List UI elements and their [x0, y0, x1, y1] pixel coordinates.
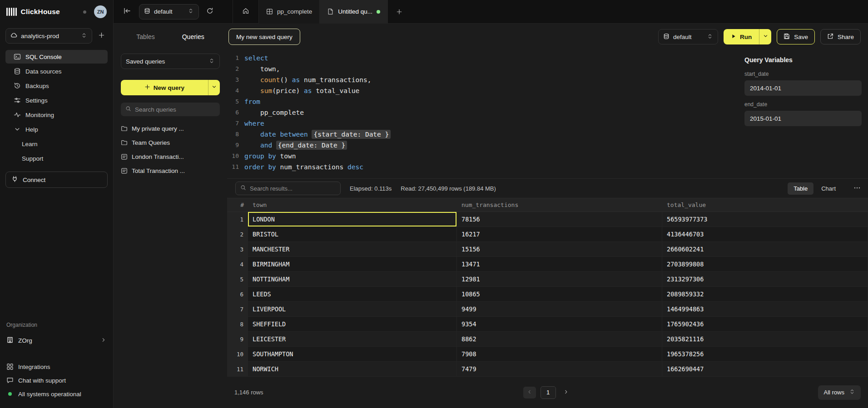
body-row: Saved queries New query My private query… — [114, 50, 868, 408]
table-cell[interactable]: 2089859332 — [662, 287, 868, 302]
updown-chevron-icon — [849, 388, 855, 396]
table-cell[interactable]: BRISTOL — [248, 227, 457, 242]
more-options-button[interactable] — [853, 184, 861, 193]
previous-page-button[interactable] — [523, 387, 536, 398]
sidebar-item-sql-console[interactable]: SQL Console — [5, 50, 108, 64]
saved-query-name-chip[interactable]: My new saved query — [228, 29, 300, 45]
sidebar: ClickHouse ZN analytics-prod SQL Console… — [0, 0, 114, 408]
avatar[interactable]: ZN — [94, 5, 107, 18]
sidebar-item-learn[interactable]: Learn — [5, 137, 108, 151]
column-header-index[interactable]: # — [227, 198, 248, 211]
topbar: default pp_completeUntitled qu... — [114, 0, 868, 24]
workspace: 1select2 town,3 count() as num_transacti… — [227, 50, 868, 408]
column-header-num_transactions[interactable]: num_transactions — [457, 198, 662, 211]
table-cell[interactable]: 2660602241 — [662, 242, 868, 257]
table-cell[interactable]: NORWICH — [248, 362, 457, 377]
table-cell[interactable]: LEEDS — [248, 287, 457, 302]
table-cell[interactable]: 16217 — [457, 227, 662, 242]
panel-tab-queries[interactable]: Queries — [181, 30, 205, 43]
table-cell[interactable]: MANCHESTER — [248, 242, 457, 257]
table-cell[interactable]: BIRMINGHAM — [248, 257, 457, 272]
sidebar-item-backups[interactable]: Backups — [5, 79, 108, 93]
editor-tab-pp-complete[interactable]: pp_complete — [258, 0, 319, 24]
updown-icon — [849, 388, 855, 395]
table-cell[interactable]: SHEFFIELD — [248, 317, 457, 332]
connect-button[interactable]: Connect — [5, 172, 108, 188]
row-index-cell: 4 — [227, 257, 248, 272]
new-tab-button[interactable] — [387, 0, 411, 24]
table-cell[interactable]: 2035821116 — [662, 332, 868, 347]
table-cell[interactable]: 10865 — [457, 287, 662, 302]
query-actions: default Run Save Share — [658, 29, 868, 44]
saved-query-item[interactable]: Team Queries — [121, 136, 220, 150]
table-cell[interactable]: 1965378256 — [662, 347, 868, 362]
add-service-button[interactable] — [95, 29, 108, 42]
tab-home[interactable] — [233, 0, 258, 24]
search-queries-input[interactable] — [135, 106, 215, 113]
column-header-town[interactable]: town — [248, 198, 457, 211]
table-cell[interactable]: 2703899808 — [662, 257, 868, 272]
share-button[interactable]: Share — [820, 29, 861, 44]
sidebar-item-support[interactable]: Support — [5, 152, 108, 165]
column-header-total_value[interactable]: total_value — [662, 198, 868, 211]
updown-icon — [81, 32, 87, 39]
table-cell[interactable]: LEICESTER — [248, 332, 457, 347]
table-cell[interactable]: NOTTINGHAM — [248, 272, 457, 287]
table-cell[interactable]: 1765902436 — [662, 317, 868, 332]
table-cell[interactable]: 4136446703 — [662, 227, 868, 242]
saved-queries-filter[interactable]: Saved queries — [121, 54, 220, 69]
table-cell[interactable]: 9499 — [457, 302, 662, 317]
table-cell[interactable]: SOUTHAMPTON — [248, 347, 457, 362]
sidebar-item-data-sources[interactable]: Data sources — [5, 64, 108, 78]
saved-query-item[interactable]: My private query ... — [121, 122, 220, 136]
run-database-selector[interactable]: default — [658, 29, 718, 44]
organization-row[interactable]: ZOrg — [6, 333, 107, 348]
table-cell[interactable]: 13471 — [457, 257, 662, 272]
table-cell[interactable]: 8862 — [457, 332, 662, 347]
table-cell[interactable]: 56593977373 — [662, 212, 868, 227]
chevron-right-icon — [100, 337, 107, 344]
table-cell[interactable]: 2313297306 — [662, 272, 868, 287]
new-query-options-button[interactable] — [208, 80, 220, 95]
run-options-button[interactable] — [759, 29, 771, 44]
saved-query-label: My private query ... — [132, 125, 184, 132]
sql-editor[interactable]: 1select2 town,3 count() as num_transacti… — [227, 50, 744, 178]
table-cell[interactable]: 7908 — [457, 347, 662, 362]
new-query-button[interactable]: New query — [121, 80, 208, 95]
clickhouse-logo-icon — [6, 8, 17, 16]
start-date-input[interactable] — [744, 80, 862, 96]
table-cell[interactable]: 15156 — [457, 242, 662, 257]
table-cell[interactable]: 12981 — [457, 272, 662, 287]
editor-tab-untitled-qu-[interactable]: Untitled qu... — [319, 0, 387, 24]
brand-title: ClickHouse — [21, 8, 60, 16]
org-icon — [6, 336, 14, 344]
topbar-database-selector[interactable]: default — [139, 4, 199, 20]
sidebar-item-help[interactable]: Help — [5, 123, 108, 136]
sidebar-item-settings[interactable]: Settings — [5, 93, 108, 107]
sidebar-footer-item-all-systems-operational[interactable]: All systems operational — [6, 387, 107, 401]
table-cell[interactable]: 78156 — [457, 212, 662, 227]
page-size-selector[interactable]: All rows — [818, 385, 861, 400]
view-button-table[interactable]: Table — [788, 182, 813, 195]
run-button[interactable]: Run — [724, 29, 759, 44]
table-cell[interactable]: 7479 — [457, 362, 662, 377]
panel-tab-tables[interactable]: Tables — [135, 30, 155, 43]
table-cell[interactable]: 1464994863 — [662, 302, 868, 317]
table-cell[interactable]: LIVERPOOL — [248, 302, 457, 317]
table-cell[interactable]: 9354 — [457, 317, 662, 332]
table-cell[interactable]: LONDON — [248, 212, 457, 227]
saved-query-item[interactable]: Total Transaction ... — [121, 164, 220, 178]
refresh-button[interactable] — [203, 5, 216, 18]
search-results-input[interactable] — [250, 185, 336, 192]
view-button-chart[interactable]: Chart — [815, 182, 842, 195]
sidebar-footer-item-chat-with-support[interactable]: Chat with support — [6, 374, 107, 387]
saved-query-item[interactable]: London Transacti... — [121, 150, 220, 164]
end-date-input[interactable] — [744, 111, 862, 126]
next-page-button[interactable] — [560, 387, 572, 398]
save-button[interactable]: Save — [777, 29, 815, 44]
service-selector[interactable]: analytics-prod — [5, 28, 92, 44]
sidebar-item-monitoring[interactable]: Monitoring — [5, 108, 108, 122]
table-cell[interactable]: 1662690447 — [662, 362, 868, 377]
sidebar-footer-item-integrations[interactable]: Integrations — [6, 360, 107, 374]
collapse-sidebar-button[interactable] — [121, 5, 134, 18]
